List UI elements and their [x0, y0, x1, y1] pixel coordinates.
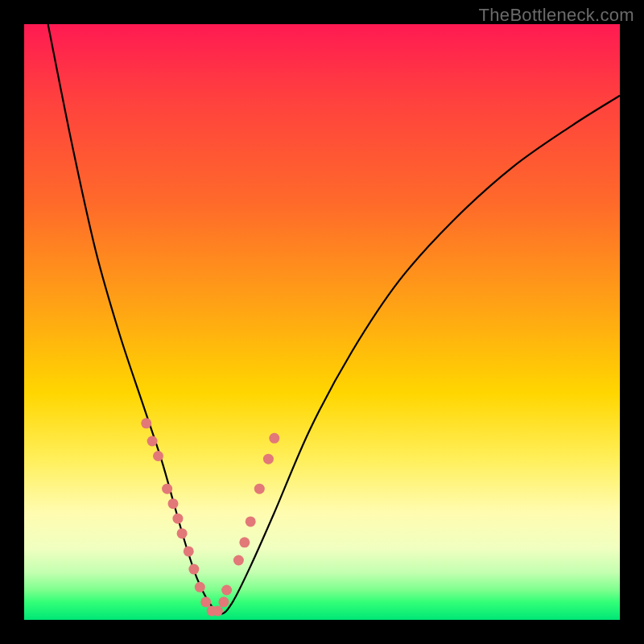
- curve-svg: [24, 24, 620, 620]
- sample-marker: [147, 436, 158, 447]
- sample-marker: [162, 484, 172, 494]
- sample-marker: [168, 498, 179, 509]
- plot-area: [24, 24, 620, 620]
- sample-marker: [188, 564, 199, 575]
- sample-marker: [195, 582, 205, 592]
- chart-frame: TheBottleneck.com: [0, 0, 644, 644]
- sample-marker: [246, 516, 256, 526]
- sample-marker: [254, 484, 265, 494]
- sample-marker: [184, 546, 194, 556]
- sample-marker: [213, 605, 223, 616]
- bottleneck-curve: [48, 24, 620, 614]
- sample-marker: [263, 454, 274, 464]
- sample-marker: [233, 555, 244, 566]
- marker-group: [141, 418, 279, 616]
- sample-marker: [221, 585, 232, 596]
- watermark-text: TheBottleneck.com: [479, 5, 634, 26]
- sample-marker: [177, 528, 188, 539]
- sample-marker: [153, 451, 163, 461]
- sample-marker: [218, 597, 229, 607]
- sample-marker: [172, 514, 183, 524]
- sample-marker: [269, 433, 279, 444]
- sample-marker: [141, 418, 151, 428]
- sample-marker: [200, 597, 211, 607]
- sample-marker: [239, 537, 250, 547]
